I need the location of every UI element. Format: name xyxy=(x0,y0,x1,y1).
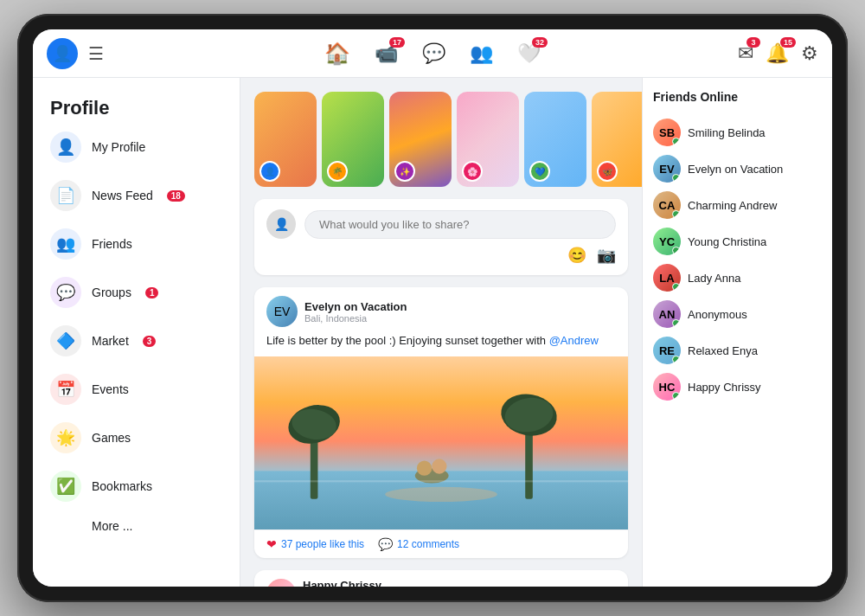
online-dot-6 xyxy=(672,319,680,327)
video-badge: 17 xyxy=(389,37,405,48)
friend-item-3[interactable]: CA Charming Andrew xyxy=(653,187,822,223)
chrissy-name: Happy Chrissy xyxy=(303,579,616,587)
evelyn-mention[interactable]: @Andrew xyxy=(549,334,599,347)
evelyn-post-image xyxy=(254,356,628,529)
sidebar: Profile 👤 My Profile 📄 News Feed 18 👥 Fr… xyxy=(33,78,240,587)
friend-name-3: Charming Andrew xyxy=(688,199,777,212)
story-card-5[interactable]: 💙 xyxy=(524,92,586,187)
friend-item-6[interactable]: AN Anonymous xyxy=(653,296,822,332)
home-icon: 🏠 xyxy=(324,42,350,65)
groups-badge: 1 xyxy=(145,287,159,298)
friend-name-7: Relaxed Enya xyxy=(688,344,758,357)
story-card-2[interactable]: 🌴 xyxy=(322,92,384,187)
online-dot-7 xyxy=(672,356,680,363)
sidebar-item-my-profile[interactable]: 👤 My Profile xyxy=(33,123,240,171)
evelyn-comments[interactable]: 💬 12 comments xyxy=(378,537,459,551)
market-icon: 🔷 xyxy=(50,325,81,356)
friend-avatar-6: AN xyxy=(653,300,681,328)
message-icon: 💬 xyxy=(422,42,445,64)
camera-icon[interactable]: 📷 xyxy=(597,246,616,265)
story-avatar-6: 🦋 xyxy=(597,161,618,182)
sidebar-item-games[interactable]: 🌟 Games xyxy=(33,414,240,462)
sidebar-label-more: More ... xyxy=(50,519,132,533)
friend-item-5[interactable]: LA Lady Anna xyxy=(653,260,822,296)
evelyn-text-body: Life is better by the pool :) Enjoying s… xyxy=(266,334,549,347)
sidebar-label-games: Games xyxy=(92,431,131,445)
friend-name-2: Evelyn on Vacation xyxy=(688,163,783,176)
sidebar-item-bookmarks[interactable]: ✅ Bookmarks xyxy=(33,462,240,510)
evelyn-post-header: EV Evelyn on Vacation Bali, Indonesia xyxy=(254,287,628,332)
story-card-6[interactable]: 🦋 xyxy=(592,92,642,187)
post-actions: 😊 📷 xyxy=(266,246,616,265)
friend-item-8[interactable]: HC Happy Chrissy xyxy=(653,369,822,405)
news-feed-badge: 18 xyxy=(167,190,185,202)
story-card-4[interactable]: 🌸 xyxy=(457,92,519,187)
story-card-3[interactable]: ✨ xyxy=(389,92,452,187)
friend-avatar-5: LA xyxy=(653,264,681,292)
sidebar-item-events[interactable]: 📅 Events xyxy=(33,365,240,414)
friend-avatar-2: EV xyxy=(653,155,681,183)
events-icon: 📅 xyxy=(50,374,81,405)
sidebar-label-bookmarks: Bookmarks xyxy=(92,479,152,493)
emoji-icon[interactable]: 😊 xyxy=(567,246,586,265)
heart-nav-item[interactable]: 🤍 32 xyxy=(517,42,541,65)
sidebar-item-market[interactable]: 🔷 Market 3 xyxy=(33,317,240,365)
post-user-avatar: 👤 xyxy=(266,209,296,239)
sidebar-label-my-profile: My Profile xyxy=(92,140,145,154)
chrissy-avatar: HC xyxy=(266,579,296,587)
story-avatar-5: 💙 xyxy=(529,161,550,182)
online-dot-4 xyxy=(672,247,680,254)
profile-icon: 👤 xyxy=(50,132,81,163)
friend-name-1: Smiling Belinda xyxy=(688,126,766,139)
story-avatar-2: 🌴 xyxy=(327,161,348,182)
right-panel: Friends Online SB Smiling Belinda EV Eve… xyxy=(642,78,832,587)
bell-nav-item[interactable]: 🔔 15 xyxy=(766,42,789,65)
home-nav-item[interactable]: 🏠 xyxy=(324,42,350,66)
video-nav-item[interactable]: 📹 17 xyxy=(375,42,398,65)
chrissy-post-content: Happy Chrissy Let me share with you toda… xyxy=(303,579,616,587)
story-avatar-1: 👤 xyxy=(260,161,280,182)
heart-reaction-icon: ❤ xyxy=(266,537,277,551)
games-icon: 🌟 xyxy=(50,422,81,453)
sidebar-label-news-feed: News Feed xyxy=(92,189,153,202)
user-avatar[interactable]: 👤 xyxy=(47,38,78,69)
friend-item-7[interactable]: RE Relaxed Enya xyxy=(653,332,822,369)
sidebar-item-news-feed[interactable]: 📄 News Feed 18 xyxy=(33,171,240,220)
evelyn-likes[interactable]: ❤ 37 people like this xyxy=(266,537,364,551)
evelyn-post-text: Life is better by the pool :) Enjoying s… xyxy=(254,332,628,356)
feed: 👤 🌴 ✨ 🌸 💙 🦋 xyxy=(240,78,642,587)
chrissy-post-header: HC Happy Chrissy Let me share with you t… xyxy=(254,570,628,587)
friend-item-2[interactable]: EV Evelyn on Vacation xyxy=(653,151,822,187)
message-nav-item[interactable]: 💬 xyxy=(422,42,445,65)
hamburger-icon[interactable]: ☰ xyxy=(88,43,104,64)
friends-nav-item[interactable]: 👥 xyxy=(470,42,493,65)
sidebar-item-more[interactable]: More ... xyxy=(33,510,240,542)
evelyn-likes-count: 37 people like this xyxy=(281,538,364,550)
heart-badge: 32 xyxy=(532,37,548,48)
post-input[interactable] xyxy=(304,210,616,239)
friend-item-1[interactable]: SB Smiling Belinda xyxy=(653,114,822,151)
friend-name-8: Happy Chrissy xyxy=(688,381,761,394)
evelyn-avatar: EV xyxy=(266,296,298,327)
friend-item-4[interactable]: YC Young Christina xyxy=(653,223,822,260)
evelyn-post-footer: ❤ 37 people like this 💬 12 comments xyxy=(254,529,628,558)
friend-avatar-3: CA xyxy=(653,191,681,219)
sidebar-label-events: Events xyxy=(92,382,129,396)
main-layout: Profile 👤 My Profile 📄 News Feed 18 👥 Fr… xyxy=(33,78,832,587)
nav-right: ✉ 3 🔔 15 ⚙ xyxy=(625,42,818,65)
nav-left: 👤 ☰ xyxy=(47,38,240,69)
friend-avatar-4: YC xyxy=(653,228,681,255)
story-card-1[interactable]: 👤 xyxy=(254,92,317,187)
mail-nav-item[interactable]: ✉ 3 xyxy=(738,42,753,65)
online-dot-5 xyxy=(672,283,680,291)
friend-avatar-8: HC xyxy=(653,373,681,401)
friend-name-5: Lady Anna xyxy=(688,272,740,285)
sidebar-item-friends[interactable]: 👥 Friends xyxy=(33,220,240,268)
groups-icon: 💬 xyxy=(50,277,81,308)
settings-icon: ⚙ xyxy=(801,42,818,64)
evelyn-location: Bali, Indonesia xyxy=(304,313,616,324)
sidebar-item-groups[interactable]: 💬 Groups 1 xyxy=(33,268,240,317)
settings-nav-item[interactable]: ⚙ xyxy=(801,42,818,65)
news-icon: 📄 xyxy=(50,180,81,211)
online-dot-1 xyxy=(672,138,680,145)
